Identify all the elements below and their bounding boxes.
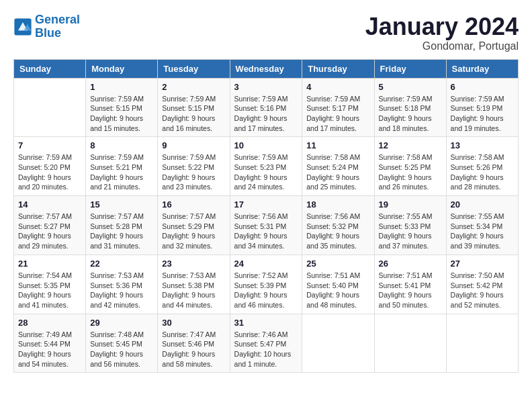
calendar-cell: 19Sunrise: 7:55 AMSunset: 5:33 PMDayligh… bbox=[374, 196, 446, 255]
day-number: 24 bbox=[234, 259, 298, 269]
calendar-cell bbox=[302, 314, 374, 373]
day-info: Sunrise: 7:46 AMSunset: 5:47 PMDaylight:… bbox=[234, 330, 298, 369]
logo-line2: Blue bbox=[35, 26, 61, 40]
weekday-header-sunday: Sunday bbox=[14, 59, 86, 78]
day-number: 19 bbox=[379, 199, 442, 210]
calendar-week-row: 21Sunrise: 7:54 AMSunset: 5:35 PMDayligh… bbox=[14, 255, 519, 314]
calendar-subtitle: Gondomar, Portugal bbox=[365, 40, 519, 52]
day-info: Sunrise: 7:59 AMSunset: 5:15 PMDaylight:… bbox=[90, 94, 153, 134]
calendar-cell: 30Sunrise: 7:47 AMSunset: 5:46 PMDayligh… bbox=[158, 314, 230, 373]
calendar-title: January 2024 bbox=[365, 13, 519, 40]
day-number: 22 bbox=[90, 259, 153, 269]
day-number: 10 bbox=[234, 140, 298, 150]
calendar-cell: 24Sunrise: 7:52 AMSunset: 5:39 PMDayligh… bbox=[230, 255, 302, 314]
day-number: 18 bbox=[306, 199, 369, 210]
calendar-cell: 25Sunrise: 7:51 AMSunset: 5:40 PMDayligh… bbox=[302, 255, 374, 314]
weekday-header-wednesday: Wednesday bbox=[230, 59, 302, 78]
day-number: 6 bbox=[451, 82, 514, 92]
calendar-cell: 14Sunrise: 7:57 AMSunset: 5:27 PMDayligh… bbox=[14, 196, 86, 255]
weekday-header-row: SundayMondayTuesdayWednesdayThursdayFrid… bbox=[14, 59, 519, 78]
calendar-cell: 8Sunrise: 7:59 AMSunset: 5:21 PMDaylight… bbox=[86, 137, 158, 196]
day-number: 31 bbox=[234, 318, 298, 328]
weekday-header-monday: Monday bbox=[86, 59, 158, 78]
calendar-table: SundayMondayTuesdayWednesdayThursdayFrid… bbox=[13, 59, 519, 373]
day-number: 9 bbox=[162, 140, 225, 150]
logo-line1: General bbox=[35, 13, 80, 26]
day-info: Sunrise: 7:59 AMSunset: 5:17 PMDaylight:… bbox=[306, 94, 369, 134]
calendar-cell: 16Sunrise: 7:57 AMSunset: 5:29 PMDayligh… bbox=[158, 196, 230, 255]
day-info: Sunrise: 7:51 AMSunset: 5:41 PMDaylight:… bbox=[379, 271, 442, 310]
day-number: 30 bbox=[162, 318, 225, 328]
day-info: Sunrise: 7:53 AMSunset: 5:38 PMDaylight:… bbox=[162, 271, 225, 310]
calendar-cell: 1Sunrise: 7:59 AMSunset: 5:15 PMDaylight… bbox=[86, 78, 158, 137]
day-info: Sunrise: 7:47 AMSunset: 5:46 PMDaylight:… bbox=[162, 330, 225, 369]
day-number: 25 bbox=[306, 259, 369, 269]
calendar-cell: 26Sunrise: 7:51 AMSunset: 5:41 PMDayligh… bbox=[374, 255, 446, 314]
calendar-cell: 22Sunrise: 7:53 AMSunset: 5:36 PMDayligh… bbox=[86, 255, 158, 314]
day-number: 7 bbox=[18, 140, 81, 150]
title-area: January 2024 Gondomar, Portugal bbox=[365, 13, 519, 52]
day-info: Sunrise: 7:59 AMSunset: 5:23 PMDaylight:… bbox=[234, 152, 298, 192]
calendar-cell: 2Sunrise: 7:59 AMSunset: 5:15 PMDaylight… bbox=[158, 78, 230, 137]
day-number: 12 bbox=[379, 140, 442, 150]
calendar-cell bbox=[374, 314, 446, 373]
day-number: 21 bbox=[18, 259, 81, 269]
day-info: Sunrise: 7:51 AMSunset: 5:40 PMDaylight:… bbox=[306, 271, 369, 310]
day-number: 14 bbox=[18, 199, 81, 210]
calendar-cell: 21Sunrise: 7:54 AMSunset: 5:35 PMDayligh… bbox=[14, 255, 86, 314]
day-number: 8 bbox=[90, 140, 153, 150]
day-info: Sunrise: 7:59 AMSunset: 5:15 PMDaylight:… bbox=[162, 94, 225, 134]
day-info: Sunrise: 7:59 AMSunset: 5:16 PMDaylight:… bbox=[234, 94, 298, 134]
calendar-cell: 17Sunrise: 7:56 AMSunset: 5:31 PMDayligh… bbox=[230, 196, 302, 255]
day-number: 1 bbox=[90, 82, 153, 92]
calendar-cell: 13Sunrise: 7:58 AMSunset: 5:26 PMDayligh… bbox=[446, 137, 518, 196]
calendar-cell: 3Sunrise: 7:59 AMSunset: 5:16 PMDaylight… bbox=[230, 78, 302, 137]
day-number: 28 bbox=[18, 318, 81, 328]
day-info: Sunrise: 7:59 AMSunset: 5:22 PMDaylight:… bbox=[162, 152, 225, 192]
calendar-cell: 28Sunrise: 7:49 AMSunset: 5:44 PMDayligh… bbox=[14, 314, 86, 373]
day-number: 23 bbox=[162, 259, 225, 269]
day-info: Sunrise: 7:59 AMSunset: 5:19 PMDaylight:… bbox=[451, 94, 514, 134]
day-info: Sunrise: 7:56 AMSunset: 5:32 PMDaylight:… bbox=[306, 212, 369, 251]
day-info: Sunrise: 7:56 AMSunset: 5:31 PMDaylight:… bbox=[234, 212, 298, 251]
day-number: 26 bbox=[379, 259, 442, 269]
logo-text: General Blue bbox=[35, 13, 80, 40]
calendar-cell: 15Sunrise: 7:57 AMSunset: 5:28 PMDayligh… bbox=[86, 196, 158, 255]
day-info: Sunrise: 7:58 AMSunset: 5:25 PMDaylight:… bbox=[379, 152, 442, 192]
day-info: Sunrise: 7:58 AMSunset: 5:26 PMDaylight:… bbox=[451, 152, 514, 192]
calendar-cell bbox=[14, 78, 86, 137]
calendar-cell: 31Sunrise: 7:46 AMSunset: 5:47 PMDayligh… bbox=[230, 314, 302, 373]
logo-name: General Blue bbox=[35, 13, 80, 40]
day-number: 11 bbox=[306, 140, 369, 150]
calendar-cell: 20Sunrise: 7:55 AMSunset: 5:34 PMDayligh… bbox=[446, 196, 518, 255]
logo: General Blue bbox=[13, 13, 80, 40]
calendar-cell: 5Sunrise: 7:59 AMSunset: 5:18 PMDaylight… bbox=[374, 78, 446, 137]
day-number: 20 bbox=[451, 199, 514, 210]
calendar-cell: 27Sunrise: 7:50 AMSunset: 5:42 PMDayligh… bbox=[446, 255, 518, 314]
calendar-cell: 6Sunrise: 7:59 AMSunset: 5:19 PMDaylight… bbox=[446, 78, 518, 137]
calendar-cell: 23Sunrise: 7:53 AMSunset: 5:38 PMDayligh… bbox=[158, 255, 230, 314]
day-number: 17 bbox=[234, 199, 298, 210]
day-number: 2 bbox=[162, 82, 225, 92]
day-info: Sunrise: 7:53 AMSunset: 5:36 PMDaylight:… bbox=[90, 271, 153, 310]
calendar-cell: 12Sunrise: 7:58 AMSunset: 5:25 PMDayligh… bbox=[374, 137, 446, 196]
day-info: Sunrise: 7:54 AMSunset: 5:35 PMDaylight:… bbox=[18, 271, 81, 310]
day-info: Sunrise: 7:59 AMSunset: 5:20 PMDaylight:… bbox=[18, 152, 81, 192]
day-number: 13 bbox=[451, 140, 514, 150]
day-info: Sunrise: 7:50 AMSunset: 5:42 PMDaylight:… bbox=[451, 271, 514, 310]
day-number: 15 bbox=[90, 199, 153, 210]
calendar-week-row: 7Sunrise: 7:59 AMSunset: 5:20 PMDaylight… bbox=[14, 137, 519, 196]
weekday-header-tuesday: Tuesday bbox=[158, 59, 230, 78]
day-info: Sunrise: 7:58 AMSunset: 5:24 PMDaylight:… bbox=[306, 152, 369, 192]
calendar-cell: 18Sunrise: 7:56 AMSunset: 5:32 PMDayligh… bbox=[302, 196, 374, 255]
day-number: 5 bbox=[379, 82, 442, 92]
day-info: Sunrise: 7:48 AMSunset: 5:45 PMDaylight:… bbox=[90, 330, 153, 369]
day-number: 4 bbox=[306, 82, 369, 92]
calendar-cell: 11Sunrise: 7:58 AMSunset: 5:24 PMDayligh… bbox=[302, 137, 374, 196]
day-number: 29 bbox=[90, 318, 153, 328]
calendar-cell: 4Sunrise: 7:59 AMSunset: 5:17 PMDaylight… bbox=[302, 78, 374, 137]
day-info: Sunrise: 7:52 AMSunset: 5:39 PMDaylight:… bbox=[234, 271, 298, 310]
logo-icon bbox=[13, 17, 32, 36]
day-info: Sunrise: 7:57 AMSunset: 5:27 PMDaylight:… bbox=[18, 212, 81, 251]
calendar-week-row: 14Sunrise: 7:57 AMSunset: 5:27 PMDayligh… bbox=[14, 196, 519, 255]
